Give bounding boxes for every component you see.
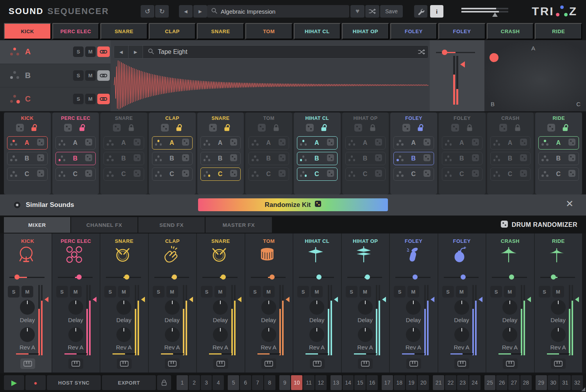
preset-search-input[interactable] [221,8,345,15]
channel-volume-knob[interactable] [509,274,514,280]
reverb-knob[interactable] [213,327,228,342]
dice-icon[interactable] [423,169,431,179]
slot-perc-elec-c[interactable]: C [55,167,96,181]
slot-snare-a[interactable]: A [200,136,241,150]
dice-icon[interactable] [133,169,141,179]
close-icon[interactable]: ✕ [566,199,573,208]
reverb-knob[interactable] [68,327,83,342]
dice-icon[interactable] [568,154,576,163]
step-17[interactable]: 17 [382,375,393,390]
channel-mute-button[interactable]: M [70,286,82,298]
mixer-tab-channel-fx[interactable]: CHANNEL FX [71,217,138,233]
channel-volume-knob[interactable] [124,274,129,280]
step-27[interactable]: 27 [508,375,520,390]
track-tab-clap[interactable]: CLAP [149,23,196,39]
slot-ride-a[interactable]: A [538,136,579,150]
keyboard-icon[interactable] [68,358,83,369]
slot-crash-b[interactable]: B [490,152,531,165]
layer-mute-button[interactable]: M [85,94,96,104]
layer-mute-button[interactable]: M [85,46,96,57]
dice-icon[interactable] [37,154,45,163]
save-button[interactable]: Save [380,5,403,18]
slot-perc-elec-b[interactable]: B [55,152,96,165]
step-8[interactable]: 8 [264,375,275,390]
channel-mute-button[interactable]: M [552,286,564,298]
dice-icon[interactable] [402,123,411,134]
delay-knob[interactable] [358,300,373,315]
dice-icon[interactable] [451,123,459,134]
step-11[interactable]: 11 [303,375,314,390]
dice-icon[interactable] [568,138,576,148]
sample-search-field[interactable] [143,46,415,58]
preset-search[interactable] [207,5,349,18]
mixer-tab-mixer[interactable]: MIXER [4,217,70,233]
step-2[interactable]: 2 [189,375,200,390]
slot-snare-b[interactable]: B [104,152,144,165]
step-14[interactable]: 14 [343,375,354,390]
lock-icon[interactable] [369,124,377,133]
dice-icon[interactable] [209,123,217,134]
info-button[interactable]: i [430,5,443,18]
track-tab-hihat-cl[interactable]: HIHAT CL [294,23,341,39]
slot-snare-c[interactable]: C [200,167,241,181]
keyboard-icon[interactable] [358,358,373,369]
dice-icon[interactable] [306,123,314,134]
slot-clap-b[interactable]: B [152,152,193,165]
delay-knob[interactable] [454,300,469,315]
dice-icon[interactable] [278,154,286,163]
reverb-knob[interactable] [165,327,180,342]
slot-foley-c[interactable]: C [393,167,434,181]
step-21[interactable]: 21 [433,375,444,390]
layer-solo-button[interactable]: S [73,46,84,57]
step-28[interactable]: 28 [520,375,532,390]
step-24[interactable]: 24 [469,375,481,390]
dice-icon[interactable] [133,138,141,148]
dice-icon[interactable] [472,169,479,179]
step-19[interactable]: 19 [406,375,417,390]
dice-icon[interactable] [230,154,238,163]
channel-volume-slider[interactable] [444,274,479,280]
dice-icon[interactable] [499,123,507,134]
layer-link-icon[interactable] [97,94,110,104]
lock-icon[interactable] [175,124,184,133]
channel-volume-knob[interactable] [461,274,466,280]
dice-icon[interactable] [423,138,431,148]
dice-icon[interactable] [85,154,93,163]
host-sync-button[interactable]: HOST SYNC [47,375,101,390]
track-tab-crash[interactable]: CRASH [487,23,534,39]
export-button[interactable]: EXPORT [102,375,156,390]
dice-icon[interactable] [375,154,382,163]
layer-solo-button[interactable]: S [73,70,84,81]
delay-knob[interactable] [261,300,276,315]
sample-volume-slider[interactable] [436,50,475,55]
delay-knob[interactable] [551,300,566,315]
slot-snare-c[interactable]: C [104,167,144,181]
channel-solo-button[interactable]: S [201,286,213,298]
channel-solo-button[interactable]: S [490,286,502,298]
slot-hihat-op-c[interactable]: C [345,167,386,181]
keyboard-icon[interactable] [213,358,228,369]
slot-snare-b[interactable]: B [200,152,241,165]
lock-icon[interactable] [157,375,171,390]
step-20[interactable]: 20 [418,375,429,390]
sample-search-input[interactable] [158,48,410,55]
layer-blend-xy-pad[interactable]: A B C [484,40,586,111]
step-10[interactable]: 10 [291,375,302,390]
slot-tom-b[interactable]: B [248,152,289,165]
channel-solo-button[interactable]: S [104,286,116,298]
dice-icon[interactable] [375,169,382,179]
step-4[interactable]: 4 [213,375,224,390]
dice-icon[interactable] [520,154,527,163]
dice-icon[interactable] [327,154,334,163]
randomize-kit-button[interactable]: Randomize Kit [198,198,388,211]
reverb-knob[interactable] [406,327,421,342]
channel-volume-slider[interactable] [540,274,575,280]
lock-icon[interactable] [223,124,232,133]
slot-ride-c[interactable]: C [538,167,579,181]
reverb-knob[interactable] [261,327,276,342]
redo-button[interactable]: ↻ [155,5,169,18]
dice-icon[interactable] [85,138,93,148]
dice-icon[interactable] [230,169,238,179]
delay-knob[interactable] [406,300,421,315]
dice-icon[interactable] [327,138,334,148]
